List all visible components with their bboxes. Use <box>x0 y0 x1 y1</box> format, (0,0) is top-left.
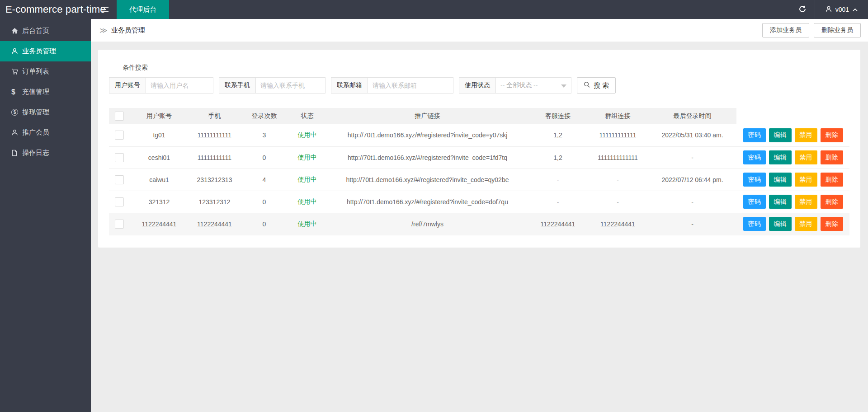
add-salesman-button[interactable]: 添加业务员 <box>762 23 809 37</box>
page-title: 业务员管理 <box>111 26 145 35</box>
delete-button[interactable]: 删除 <box>821 173 843 187</box>
table-row: 112224444111222444410使用中/ref/7mwlys11222… <box>109 213 849 235</box>
promo-link-cell: http://70t1.demo166.xyz/#/registered?inv… <box>326 191 528 213</box>
checkbox-cell <box>109 191 130 213</box>
search-row: 用户账号 联系手机 联系邮箱 使用状态 -- 全部状态 -- <box>109 77 849 94</box>
username: v001 <box>835 6 849 13</box>
column-header: 最后登录时间 <box>648 108 736 124</box>
status-cell: 使用中 <box>288 169 326 191</box>
cart-icon <box>11 68 22 75</box>
search-icon <box>584 81 590 89</box>
sidebar-item-orders[interactable]: 订单列表 <box>0 61 91 82</box>
sidebar-item-label: 后台首页 <box>22 27 49 35</box>
sidebar-item-promotion[interactable]: 推广会员 <box>0 122 91 143</box>
disable-button[interactable]: 禁用 <box>795 173 817 187</box>
row-checkbox[interactable] <box>115 175 124 184</box>
collapse-menu-icon[interactable] <box>91 0 117 19</box>
edit-button[interactable]: 编辑 <box>769 195 792 209</box>
breadcrumb-bar: ≫ 业务员管理 添加业务员 删除业务员 <box>91 19 868 42</box>
account-cell: 1122244441 <box>130 213 189 235</box>
status-cell: 使用中 <box>288 146 326 169</box>
phone-input[interactable] <box>255 77 326 94</box>
email-input[interactable] <box>368 77 453 94</box>
column-header: 登录次数 <box>241 108 288 124</box>
row-checkbox[interactable] <box>115 131 124 140</box>
service-link-cell: - <box>528 191 587 213</box>
topbar-spacer <box>169 0 790 19</box>
column-header: 用户账号 <box>130 108 189 124</box>
delete-button[interactable]: 删除 <box>821 195 843 209</box>
sidebar-item-withdraw[interactable]: $ 提现管理 <box>0 102 91 122</box>
password-button[interactable]: 密码 <box>743 150 766 164</box>
last-login-cell: 2022/07/12 06:44 pm. <box>648 169 736 191</box>
user-icon <box>11 48 22 55</box>
sidebar-item-salesman[interactable]: 业务员管理 <box>0 41 91 61</box>
main-content: ≫ 业务员管理 添加业务员 删除业务员 条件搜索 用户账号 联系手机 联系邮箱 … <box>91 0 868 248</box>
actions-cell: 密码编辑禁用删除 <box>736 213 849 235</box>
actions-cell: 密码编辑禁用删除 <box>736 124 849 146</box>
group-link-cell: 1111111111111 <box>587 146 648 169</box>
disable-button[interactable]: 禁用 <box>795 195 817 209</box>
delete-salesman-button[interactable]: 删除业务员 <box>814 23 861 37</box>
row-checkbox[interactable] <box>115 197 124 206</box>
password-button[interactable]: 密码 <box>743 195 766 209</box>
last-login-cell: - <box>648 191 736 213</box>
sidebar-item-label: 推广会员 <box>22 128 49 137</box>
sidebar-item-logs[interactable]: 操作日志 <box>0 143 91 163</box>
row-checkbox[interactable] <box>115 220 124 229</box>
disable-button[interactable]: 禁用 <box>795 150 817 164</box>
member-icon <box>11 129 22 136</box>
sidebar-item-home[interactable]: 后台首页 <box>0 21 91 41</box>
select-all-checkbox[interactable] <box>115 112 124 121</box>
promo-link-cell: http://70t1.demo166.xyz/#/registered?inv… <box>326 124 528 146</box>
login-count-cell: 4 <box>241 169 288 191</box>
login-count-cell: 0 <box>241 146 288 169</box>
log-icon <box>11 150 22 156</box>
phone-cell: 123312312 <box>189 191 241 213</box>
disable-button[interactable]: 禁用 <box>795 128 817 142</box>
edit-button[interactable]: 编辑 <box>769 173 792 187</box>
group-link-cell: 1122244441 <box>587 213 648 235</box>
top-bar: E-commerce part-time 代理后台 v001 <box>0 0 868 19</box>
delete-button[interactable]: 删除 <box>821 128 843 142</box>
actions-cell: 密码编辑禁用删除 <box>736 146 849 169</box>
sidebar-item-recharge[interactable]: $ 充值管理 <box>0 82 91 102</box>
sidebar-item-label: 操作日志 <box>22 149 49 157</box>
password-button[interactable]: 密码 <box>743 128 766 142</box>
salesman-table: 用户账号手机登录次数状态推广链接客服连接群组连接最后登录时间 tg0111111… <box>109 108 849 235</box>
edit-button[interactable]: 编辑 <box>769 217 792 231</box>
phone-cell: 11111111111 <box>189 146 241 169</box>
password-button[interactable]: 密码 <box>743 217 766 231</box>
edit-button[interactable]: 编辑 <box>769 150 792 164</box>
chevron-up-icon <box>852 6 858 13</box>
account-input[interactable] <box>146 77 213 94</box>
double-chevron-icon: ≫ <box>99 26 108 35</box>
actions-column-header <box>736 108 849 124</box>
top-tab-agent-admin[interactable]: 代理后台 <box>117 0 169 19</box>
service-link-cell: 1122244441 <box>528 213 587 235</box>
status-select[interactable]: -- 全部状态 -- <box>495 77 571 94</box>
column-header: 手机 <box>189 108 241 124</box>
sidebar-item-label: 充值管理 <box>22 88 49 96</box>
group-link-cell: 111111111111 <box>587 124 648 146</box>
user-icon <box>825 5 832 14</box>
delete-button[interactable]: 删除 <box>821 150 843 164</box>
delete-button[interactable]: 删除 <box>821 217 843 231</box>
table-row: 3213121233123120使用中http://70t1.demo166.x… <box>109 191 849 213</box>
user-menu[interactable]: v001 <box>815 0 868 19</box>
password-button[interactable]: 密码 <box>743 173 766 187</box>
refresh-button[interactable] <box>790 0 815 19</box>
account-cell: ceshi01 <box>130 146 189 169</box>
search-button-label: 搜 索 <box>594 81 609 90</box>
disable-button[interactable]: 禁用 <box>795 217 817 231</box>
checkbox-cell <box>109 213 130 235</box>
status-select-group: 使用状态 -- 全部状态 -- <box>459 77 571 94</box>
search-button[interactable]: 搜 索 <box>577 77 616 94</box>
table-row: tg01111111111113使用中http://70t1.demo166.x… <box>109 124 849 146</box>
column-header: 群组连接 <box>587 108 648 124</box>
last-login-cell: - <box>648 146 736 169</box>
edit-button[interactable]: 编辑 <box>769 128 792 142</box>
row-checkbox[interactable] <box>115 153 124 162</box>
table-row: ceshi01111111111110使用中http://70t1.demo16… <box>109 146 849 169</box>
sidebar-item-label: 提现管理 <box>22 108 49 117</box>
